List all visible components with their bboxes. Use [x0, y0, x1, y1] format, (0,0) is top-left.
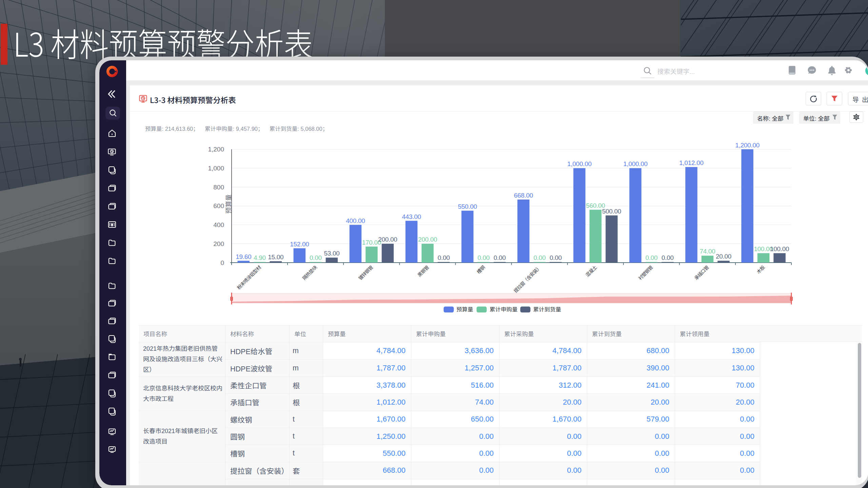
- svg-text:木板: 木板: [756, 264, 766, 275]
- svg-text:500.00: 500.00: [602, 208, 621, 215]
- svg-text:镀锌钢管: 镀锌钢管: [357, 264, 374, 281]
- svg-text:100.00: 100.00: [770, 245, 789, 252]
- svg-text:槽钢: 槽钢: [476, 265, 486, 275]
- svg-text:黑钢管: 黑钢管: [417, 264, 430, 278]
- svg-text:0.00: 0.00: [438, 254, 450, 261]
- svg-text:800: 800: [213, 184, 224, 191]
- svg-text:400.00: 400.00: [346, 217, 365, 224]
- svg-text:0.00: 0.00: [646, 254, 658, 261]
- svg-text:200: 200: [213, 240, 224, 247]
- svg-text:4.90: 4.90: [254, 254, 266, 261]
- svg-text:550.00: 550.00: [458, 203, 477, 210]
- svg-text:0.00: 0.00: [494, 254, 506, 261]
- svg-text:1,012.00: 1,012.00: [679, 159, 704, 166]
- svg-text:53.00: 53.00: [324, 250, 339, 257]
- svg-text:668.00: 668.00: [514, 192, 533, 199]
- svg-text:1,000.00: 1,000.00: [623, 160, 648, 167]
- svg-text:20.00: 20.00: [716, 253, 731, 260]
- svg-text:0: 0: [220, 259, 224, 266]
- svg-text:15.00: 15.00: [268, 253, 283, 261]
- svg-text:隔热垫块: 隔热垫块: [301, 264, 318, 281]
- svg-text:200.00: 200.00: [378, 236, 397, 243]
- svg-text:443.00: 443.00: [402, 213, 421, 220]
- svg-text:0.00: 0.00: [662, 254, 674, 261]
- svg-text:1,000.00: 1,000.00: [567, 160, 592, 167]
- svg-text:0.00: 0.00: [533, 254, 546, 261]
- svg-text:承插口管: 承插口管: [693, 264, 710, 281]
- svg-text:混凝土: 混凝土: [585, 264, 598, 278]
- svg-text:提拉窗（含安装）: 提拉窗（含安装）: [513, 265, 542, 294]
- svg-text:19.60: 19.60: [236, 253, 251, 260]
- svg-text:0.00: 0.00: [310, 254, 322, 261]
- svg-text:衬塑钢管: 衬塑钢管: [637, 264, 654, 281]
- svg-text:累计到货量: 累计到货量: [533, 306, 561, 312]
- svg-text:0.00: 0.00: [550, 254, 562, 261]
- svg-text:累计申购量: 累计申购量: [490, 306, 518, 312]
- svg-text:600: 600: [213, 202, 224, 209]
- svg-text:152.00: 152.00: [290, 241, 309, 248]
- svg-text:0.00: 0.00: [477, 254, 490, 261]
- svg-text:400: 400: [213, 221, 224, 228]
- svg-text:预算量: 预算量: [225, 194, 232, 214]
- svg-text:200.00: 200.00: [418, 236, 437, 243]
- svg-text:1,000: 1,000: [208, 165, 224, 172]
- svg-text:粉末喷涂铝型材: 粉末喷涂铝型材: [236, 264, 262, 290]
- svg-text:1,200.00: 1,200.00: [735, 142, 760, 149]
- svg-text:预算量: 预算量: [456, 306, 473, 312]
- svg-text:74.00: 74.00: [700, 248, 715, 255]
- svg-text:1,200: 1,200: [208, 146, 224, 153]
